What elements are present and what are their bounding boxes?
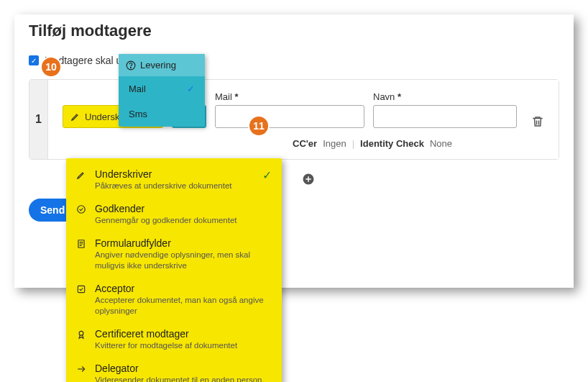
svg-point-3 [78, 206, 86, 214]
recipient-row: 1 Underskriver [29, 79, 559, 160]
help-icon [126, 60, 136, 71]
role-option-underskriver[interactable]: UnderskriverPåkræves at underskrive doku… [66, 163, 282, 197]
cc-label: CC'er [293, 138, 317, 149]
mail-label: Mail * [215, 91, 364, 102]
identity-value: None [430, 138, 452, 149]
delivery-option-mail[interactable]: Mail [119, 76, 205, 101]
role-option-godkender[interactable]: GodkenderGennemgår og godkender dokument… [66, 197, 282, 232]
svg-point-6 [79, 331, 83, 335]
form-icon [76, 237, 88, 249]
navn-label: Navn * [373, 91, 517, 102]
certificate-icon [76, 328, 88, 340]
svg-rect-5 [78, 286, 84, 292]
page-title: Tilføj modtagere [29, 22, 559, 40]
role-option-delegator[interactable]: DelegatorVideresender dokumentet til en … [66, 357, 282, 382]
pen-icon [76, 168, 88, 180]
role-popup: UnderskriverPåkræves at underskrive doku… [66, 158, 282, 382]
check-icon: ✓ [262, 168, 272, 182]
delivery-option-sms[interactable]: Sms [119, 101, 205, 127]
identity-label: Identity Check [360, 138, 424, 149]
navn-input[interactable] [373, 105, 517, 128]
svg-point-2 [131, 67, 132, 68]
accept-icon [76, 283, 88, 294]
pen-icon [70, 112, 81, 122]
delivery-popup-header: Levering [119, 54, 205, 76]
role-option-certificeret[interactable]: Certificeret modtagerKvitterer for modta… [66, 322, 282, 357]
cc-value: Ingen [323, 138, 346, 149]
check-circle-icon [76, 203, 88, 214]
arrow-right-icon [76, 363, 88, 374]
role-option-acceptor[interactable]: AcceptorAccepterer dokumentet, man kan o… [66, 277, 282, 322]
recipient-index: 1 [29, 80, 48, 159]
step-badge-10: 10 [40, 56, 62, 78]
step-badge-11: 11 [248, 115, 270, 137]
role-option-formularudfylder[interactable]: FormularudfylderAngiver nødvendige oplys… [66, 232, 282, 277]
sign-order-checkbox[interactable]: ✓ [29, 55, 39, 65]
mail-input[interactable] [215, 105, 364, 128]
add-recipient-button[interactable] [302, 173, 559, 186]
delivery-popup: Levering Mail Sms [119, 54, 205, 127]
delete-recipient-button[interactable] [531, 115, 544, 128]
